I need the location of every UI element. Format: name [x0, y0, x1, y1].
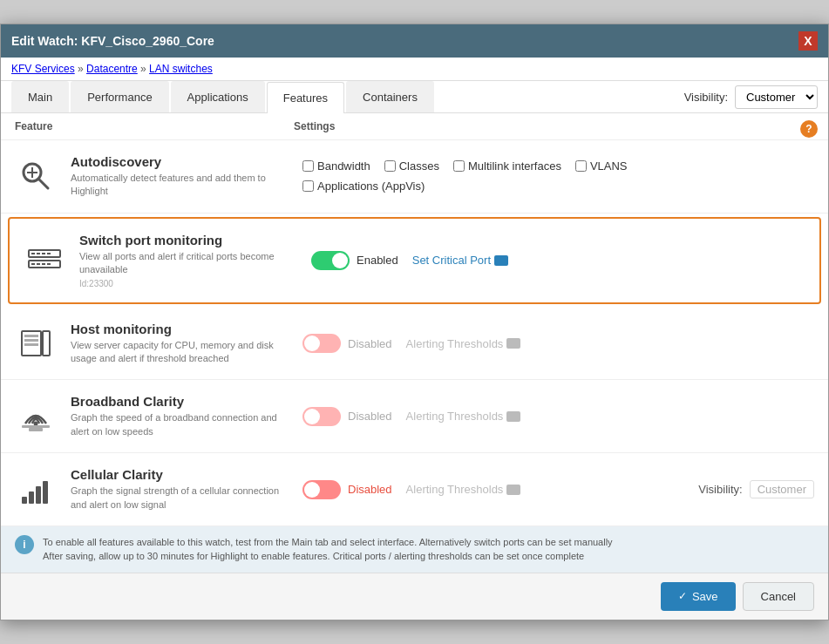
- host-toggle-label: Disabled: [348, 337, 392, 350]
- svg-rect-7: [37, 253, 40, 254]
- breadcrumb-kfv[interactable]: KFV Services: [11, 63, 75, 75]
- broadband-settings: Disabled Alerting Thresholds: [302, 407, 814, 426]
- autodiscovery-name: Autodiscovery: [71, 154, 289, 169]
- cellular-visibility-label: Visibility:: [698, 483, 742, 496]
- broadband-desc: Graph the speed of a broadband connectio…: [71, 411, 289, 438]
- svg-rect-16: [24, 339, 38, 342]
- checkbox-multilink-input[interactable]: [453, 160, 465, 172]
- host-desc: View server capacity for CPU, memory and…: [71, 339, 289, 366]
- svg-point-19: [34, 421, 38, 425]
- set-critical-port-link[interactable]: Set Critical Port: [412, 254, 508, 267]
- close-button[interactable]: X: [798, 31, 818, 51]
- cellular-name: Cellular Clarity: [71, 467, 289, 482]
- svg-rect-12: [42, 263, 45, 265]
- host-toggle[interactable]: [302, 334, 341, 353]
- host-info: Host monitoring View server capacity for…: [71, 322, 289, 366]
- cellular-toggle-knob: [304, 482, 320, 498]
- broadband-name: Broadband Clarity: [71, 394, 289, 409]
- info-bar: i To enable all features available to th…: [1, 526, 828, 573]
- switch-port-icon: [24, 240, 65, 281]
- visibility-label: Visibility:: [684, 91, 728, 104]
- svg-rect-6: [31, 253, 35, 254]
- cellular-visibility-row: Visibility: Customer: [698, 480, 814, 498]
- feature-row-host: Host monitoring View server capacity for…: [1, 308, 828, 381]
- breadcrumb-datacentre[interactable]: Datacentre: [86, 63, 138, 75]
- visibility-container: Visibility: Customer Internal Public: [684, 85, 818, 109]
- feature-row-cellular: Cellular Clarity Graph the signal streng…: [1, 453, 828, 526]
- checkbox-vlans[interactable]: VLANS: [575, 159, 628, 173]
- autodiscovery-info: Autodiscovery Automatically detect featu…: [71, 154, 289, 199]
- host-name: Host monitoring: [71, 322, 289, 336]
- tab-performance[interactable]: Performance: [71, 81, 168, 112]
- col-feature-header: Feature: [15, 120, 294, 132]
- autodiscovery-desc: Automatically detect features and add th…: [71, 172, 289, 199]
- tab-applications[interactable]: Applications: [171, 81, 265, 112]
- switch-port-settings: Enabled Set Critical Port: [311, 251, 805, 270]
- visibility-select[interactable]: Customer Internal Public: [735, 85, 818, 109]
- info-text-line2: After saving, allow up to 30 minutes for…: [43, 549, 613, 564]
- checkbox-classes-input[interactable]: [384, 160, 396, 172]
- svg-rect-9: [47, 253, 51, 254]
- footer: ✓ Save Cancel: [1, 573, 828, 620]
- svg-rect-11: [37, 263, 40, 265]
- tabs-row: Main Performance Applications Features C…: [1, 81, 828, 113]
- switch-port-id: Id:23300: [79, 279, 297, 288]
- modal-titlebar: Edit Watch: KFV_Cisco_2960_Core X: [1, 24, 828, 58]
- switch-port-toggle-container: Enabled: [311, 251, 398, 270]
- switch-port-toggle-label: Enabled: [357, 254, 398, 267]
- svg-rect-23: [29, 491, 34, 504]
- checkbox-appvis-input[interactable]: [302, 180, 314, 192]
- cellular-info: Cellular Clarity Graph the signal streng…: [71, 467, 289, 512]
- cellular-icon: [15, 469, 57, 511]
- broadband-toggle-knob: [304, 409, 320, 424]
- info-text-line1: To enable all features available to this…: [43, 535, 613, 550]
- cellular-toggle-container: Disabled: [302, 480, 392, 499]
- svg-rect-20: [22, 425, 50, 428]
- help-icon[interactable]: ?: [800, 120, 818, 138]
- feature-row-autodiscovery: Autodiscovery Automatically detect featu…: [1, 140, 828, 214]
- broadband-toggle-container: Disabled: [302, 407, 392, 426]
- cellular-settings: Disabled Alerting Thresholds Visibility:…: [302, 480, 814, 499]
- tab-main[interactable]: Main: [11, 81, 69, 112]
- info-text: To enable all features available to this…: [43, 535, 613, 564]
- info-icon: i: [15, 535, 34, 554]
- checkbox-bandwidth-input[interactable]: [302, 160, 314, 172]
- svg-rect-8: [42, 253, 45, 254]
- host-alerting-icon: [506, 338, 520, 349]
- broadband-alerting-icon: [506, 411, 520, 422]
- checkbox-vlans-input[interactable]: [575, 160, 587, 172]
- svg-line-1: [38, 179, 48, 188]
- broadband-toggle-label: Disabled: [348, 410, 392, 423]
- tab-features[interactable]: Features: [267, 82, 344, 113]
- cellular-alerting-icon: [506, 485, 520, 495]
- switch-port-desc: View all ports and alert if critical por…: [79, 250, 297, 277]
- tab-containers[interactable]: Containers: [346, 81, 434, 112]
- checkbox-bandwidth[interactable]: Bandwidth: [302, 159, 370, 173]
- breadcrumb: KFV Services » Datacentre » LAN switches: [1, 58, 828, 81]
- switch-port-toggle[interactable]: [311, 251, 350, 270]
- broadband-toggle[interactable]: [302, 407, 341, 426]
- switch-port-toggle-knob: [332, 253, 348, 268]
- svg-rect-25: [43, 481, 48, 504]
- cancel-button[interactable]: Cancel: [743, 582, 814, 611]
- cellular-toggle-label: Disabled: [348, 483, 392, 496]
- modal-title: Edit Watch: KFV_Cisco_2960_Core: [11, 34, 214, 48]
- set-critical-port-icon: [494, 255, 508, 266]
- modal-container: Edit Watch: KFV_Cisco_2960_Core X KFV Se…: [0, 24, 829, 620]
- autodiscovery-icon: [15, 155, 57, 197]
- checkbox-appvis[interactable]: Applications (AppVis): [302, 180, 425, 193]
- save-button[interactable]: ✓ Save: [661, 582, 736, 611]
- host-settings: Disabled Alerting Thresholds: [302, 334, 814, 353]
- broadband-info: Broadband Clarity Graph the speed of a b…: [71, 394, 289, 438]
- switch-port-info: Switch port monitoring View all ports an…: [79, 233, 297, 288]
- cellular-desc: Graph the signal strength of a cellular …: [71, 485, 289, 512]
- checkbox-classes[interactable]: Classes: [384, 159, 439, 173]
- svg-rect-24: [36, 486, 41, 504]
- feature-row-switch-port: Switch port monitoring View all ports an…: [8, 217, 821, 304]
- cellular-toggle[interactable]: [302, 480, 341, 499]
- svg-rect-13: [47, 263, 51, 265]
- cellular-alerting-link: Alerting Thresholds: [406, 483, 521, 496]
- broadband-alerting-link: Alerting Thresholds: [406, 410, 521, 423]
- breadcrumb-lan[interactable]: LAN switches: [149, 63, 213, 75]
- checkbox-multilink[interactable]: Multilink interfaces: [453, 159, 561, 173]
